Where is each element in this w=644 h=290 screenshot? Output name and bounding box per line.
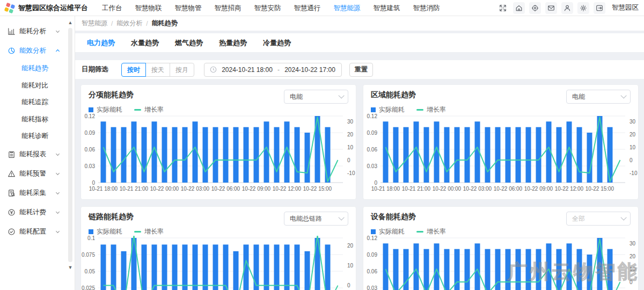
legend-growth[interactable]: 增长率 [134, 227, 164, 236]
tab-1[interactable]: 水量趋势 [131, 33, 159, 52]
nav-item-1[interactable]: 智慧物联 [129, 0, 169, 16]
breadcrumb-item-current: 能耗趋势 [152, 19, 178, 28]
breadcrumb-item-energy[interactable]: 智慧能源 [82, 19, 107, 28]
svg-text:-10: -10 [347, 170, 355, 176]
mode-button-0[interactable]: 按时 [121, 63, 146, 77]
sidebar-item-3[interactable]: 能耗预警 [0, 164, 75, 184]
svg-text:0: 0 [374, 180, 377, 186]
main-content: 智慧能源 / 能效分析 / 能耗趋势 电力趋势水量趋势燃气趋势热量趋势冷量趋势 … [75, 16, 644, 290]
nav-item-4[interactable]: 智慧安防 [248, 0, 288, 16]
legend-actual[interactable]: 实际能耗 [371, 227, 405, 236]
settings-icon[interactable] [577, 2, 589, 14]
chevron-up-icon [55, 48, 60, 53]
mail-icon[interactable] [545, 2, 557, 14]
legend-growth[interactable]: 增长率 [416, 227, 446, 236]
scroll-up-icon[interactable]: ▲ [67, 19, 74, 26]
tab-4[interactable]: 冷量趋势 [263, 33, 291, 52]
svg-text:20: 20 [630, 253, 636, 259]
reset-button[interactable]: 重置 [349, 63, 373, 77]
sidebar-menu: 能耗分析能效分析能耗趋势能耗对比能耗追踪能耗指标能耗诊断能耗报表能耗预警能耗采集… [0, 16, 75, 290]
nav-item-5[interactable]: 智慧通行 [288, 0, 327, 16]
svg-text:10-21 21:00: 10-21 21:00 [402, 186, 431, 192]
sidebar-item-0[interactable]: 能耗分析 [0, 21, 75, 41]
svg-text:10-22 15:00: 10-22 15:00 [303, 186, 332, 192]
svg-text:0: 0 [92, 180, 95, 186]
home-icon[interactable] [513, 2, 525, 14]
user-icon[interactable] [561, 2, 573, 14]
sidebar-item-5[interactable]: 能耗计费 [0, 203, 75, 222]
logout-icon[interactable] [594, 2, 605, 14]
svg-text:10-22 00:00: 10-22 00:00 [433, 186, 462, 192]
legend-growth[interactable]: 增长率 [134, 105, 164, 114]
breadcrumb-item-analysis[interactable]: 能效分析 [116, 19, 142, 28]
scrollbar-track[interactable] [68, 28, 72, 262]
svg-text:10-21 21:00: 10-21 21:00 [120, 186, 149, 192]
line-swatch [416, 231, 423, 233]
sidebar-item-6[interactable]: 能耗配置 [0, 222, 75, 242]
chevron-down-icon [620, 92, 626, 98]
link-select[interactable]: 电能总链路 [284, 212, 348, 226]
nav-item-2[interactable]: 智慧物管 [169, 0, 208, 16]
chevron-down-icon [55, 229, 60, 234]
legend-actual[interactable]: 实际能耗 [89, 105, 122, 114]
svg-text:30: 30 [630, 241, 636, 247]
mode-button-1[interactable]: 按天 [145, 63, 170, 77]
svg-text:0.03: 0.03 [85, 163, 96, 169]
line-swatch [134, 109, 141, 111]
sidebar-item-1[interactable]: 能效分析 [0, 41, 75, 60]
chevron-down-icon [55, 29, 60, 34]
tab-2[interactable]: 燃气趋势 [175, 33, 203, 52]
end-date-value[interactable]: 2024-10-22 17:00 [284, 66, 336, 74]
svg-text:0.05: 0.05 [85, 269, 96, 274]
svg-text:20: 20 [347, 132, 354, 137]
sidebar-subitem-1-3[interactable]: 能耗指标 [0, 111, 75, 128]
chevron-down-icon [55, 191, 60, 195]
chart-legend: 实际能耗增长率 [371, 105, 446, 114]
chart-card-subitem: 分项能耗趋势 电能 实际能耗增长率 0.120.090.060.03030201… [80, 84, 356, 200]
device-select[interactable]: 全部 [566, 212, 631, 226]
sidebar-subitem-1-2[interactable]: 能耗追踪 [0, 94, 75, 111]
scroll-down-icon[interactable]: ▼ [67, 264, 74, 271]
fullscreen-icon[interactable] [497, 2, 509, 14]
svg-text:10-22 09:00: 10-22 09:00 [524, 186, 553, 192]
nav-item-0[interactable]: 工作台 [96, 0, 129, 16]
tab-3[interactable]: 热量趋势 [219, 33, 247, 52]
top-navbar: 智慧园区综合运维平台 工作台智慧物联智慧物管智慧招商智慧安防智慧通行智慧能源智慧… [0, 0, 644, 16]
energy-type-select[interactable]: 电能 [566, 90, 631, 104]
svg-text:10-22 00:00: 10-22 00:00 [150, 186, 179, 192]
chevron-down-icon [338, 92, 344, 98]
svg-text:10-22 06:00: 10-22 06:00 [494, 186, 523, 192]
sidebar-item-2[interactable]: 能耗报表 [0, 145, 75, 164]
sidebar-subitem-1-4[interactable]: 能耗诊断 [0, 128, 75, 145]
legend-actual[interactable]: 实际能耗 [89, 227, 122, 236]
system-icon[interactable] [529, 2, 541, 14]
sidebar-subitem-1-0[interactable]: 能耗趋势 [0, 60, 75, 77]
sidebar-subitem-1-1[interactable]: 能耗对比 [0, 77, 75, 95]
nav-item-3[interactable]: 智慧招商 [208, 0, 248, 16]
app-title: 智慧园区综合运维平台 [18, 3, 88, 13]
date-range-picker[interactable]: 2024-10-21 18:00 - 2024-10-22 17:00 [204, 63, 342, 77]
mode-button-2[interactable]: 按月 [170, 63, 194, 77]
bar-line-chart: 0.120.090.060.0303020100-1010-21 18:0010… [81, 114, 356, 200]
legend-actual[interactable]: 实际能耗 [371, 105, 405, 114]
nav-item-8[interactable]: 智慧消防 [407, 0, 447, 16]
svg-text:0.12: 0.12 [85, 114, 96, 119]
sidebar-scrollbar[interactable]: ▲ ▼ [67, 19, 74, 285]
legend-growth[interactable]: 增长率 [416, 105, 446, 114]
trend-tabs: 电力趋势水量趋势燃气趋势热量趋势冷量趋势 [75, 33, 644, 52]
tab-0[interactable]: 电力趋势 [87, 33, 115, 52]
svg-text:20: 20 [347, 243, 354, 249]
nav-item-7[interactable]: 智慧建筑 [367, 0, 407, 16]
username-label[interactable]: 智慧园区 [612, 3, 639, 12]
svg-text:10: 10 [630, 266, 636, 272]
sidebar-item-4[interactable]: 能耗采集 [0, 184, 75, 203]
svg-text:10-22 09:00: 10-22 09:00 [242, 186, 271, 192]
svg-text:0.075: 0.075 [82, 252, 95, 258]
chevron-down-icon [620, 214, 626, 220]
bar-swatch [371, 107, 376, 112]
start-date-value[interactable]: 2024-10-21 18:00 [221, 66, 273, 74]
nav-item-6[interactable]: 智慧能源 [327, 0, 367, 16]
breadcrumb: 智慧能源 / 能效分析 / 能耗趋势 [75, 16, 644, 31]
energy-type-select[interactable]: 电能 [284, 90, 348, 104]
chart-legend: 实际能耗增长率 [89, 105, 164, 114]
